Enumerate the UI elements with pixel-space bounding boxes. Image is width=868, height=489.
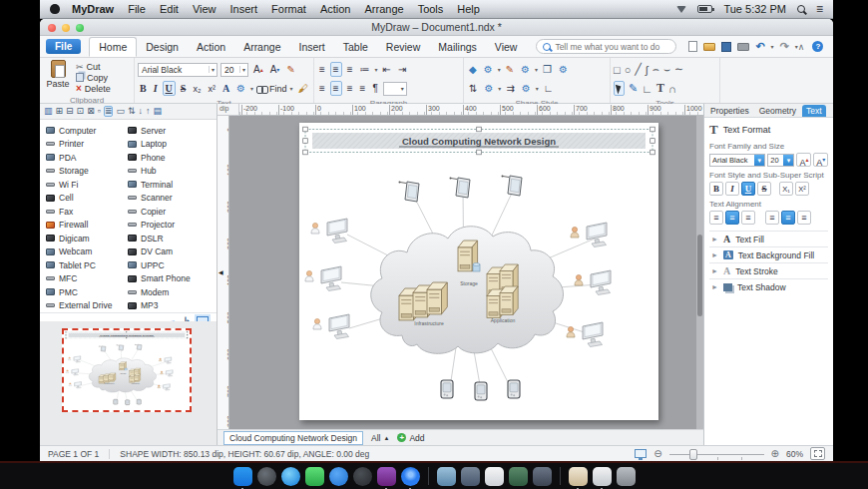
sort-az-icon[interactable]: ⇅ xyxy=(128,107,136,116)
font-name-combo[interactable]: Arial Black▾ xyxy=(138,63,217,77)
phone-node[interactable] xyxy=(441,380,453,398)
section-text-background-fill[interactable]: ►AText Background Fill xyxy=(709,246,828,262)
wifi-icon[interactable] xyxy=(676,6,686,13)
menu-clock[interactable]: Tue 5:32 PM xyxy=(723,3,786,15)
format-eyedropper-icon[interactable]: ✎ xyxy=(284,62,296,77)
text-direction-gear-icon[interactable]: ⚙ xyxy=(482,81,495,96)
shape-uppc[interactable]: UPPC xyxy=(128,260,210,270)
panel-tab-geometry[interactable]: Geometry xyxy=(755,105,800,117)
tab-action[interactable]: Action xyxy=(188,38,234,56)
section-text-fill[interactable]: ►AText Fill xyxy=(709,231,828,246)
format-painter-icon[interactable]: 🖌︎ xyxy=(296,81,310,96)
panel-align-right-button[interactable]: ≡ xyxy=(797,211,811,225)
pointer-tool-button[interactable] xyxy=(614,81,625,96)
shape-laptop[interactable]: Laptop xyxy=(128,139,210,149)
shape-printer[interactable]: Printer xyxy=(46,139,128,149)
panel-italic-button[interactable]: I xyxy=(725,182,739,196)
shrink-font-button[interactable]: A▾ xyxy=(268,62,282,77)
text-direction-icon[interactable]: ⇅ xyxy=(467,81,479,96)
panel-align-top-button[interactable]: ≡ xyxy=(709,211,723,225)
rectangle-tool-icon[interactable]: □ xyxy=(614,64,621,76)
shape-computer[interactable]: Computer xyxy=(46,126,128,136)
tab-home[interactable]: Home xyxy=(89,37,137,57)
app-tree-icon[interactable] xyxy=(509,467,528,486)
menu-insert[interactable]: Insert xyxy=(230,3,258,15)
messages-icon[interactable] xyxy=(305,467,324,486)
tab-review[interactable]: Review xyxy=(377,38,429,56)
save-document-icon[interactable] xyxy=(721,42,731,52)
superscript-button[interactable]: x² xyxy=(206,81,217,96)
grow-font-button[interactable]: A▴ xyxy=(251,62,265,77)
shape-terminal[interactable]: Terminal xyxy=(128,180,210,190)
file-button[interactable]: File xyxy=(46,39,81,54)
maps-icon[interactable] xyxy=(401,467,420,486)
align-center-button[interactable]: ≡ xyxy=(330,81,342,96)
notification-center-icon[interactable]: ≡ xyxy=(816,2,823,16)
safari-icon[interactable] xyxy=(281,467,300,486)
shape-externaldrive[interactable]: External Drive xyxy=(46,300,128,310)
shape-server[interactable]: Server xyxy=(128,126,210,136)
redo-button[interactable]: ↷ xyxy=(780,41,789,52)
save-library-icon[interactable]: ⊡ xyxy=(77,107,85,116)
minimize-window-button[interactable] xyxy=(62,24,70,32)
shape-mfc[interactable]: MFC xyxy=(46,273,128,283)
sidebar-collapse-arrow[interactable]: ◀ xyxy=(218,268,223,275)
corner-rounding-icon[interactable]: ∟ xyxy=(542,81,556,96)
shape-shadow-gear-icon[interactable]: ⚙ xyxy=(557,62,570,77)
shape-stroke-gear-icon[interactable]: ⚙ xyxy=(519,62,532,77)
shape-fill-gear-icon[interactable]: ⚙ xyxy=(482,62,495,77)
finder-icon[interactable] xyxy=(233,467,252,486)
new-document-icon[interactable] xyxy=(688,41,697,52)
lasso-tool-icon[interactable]: ∩ xyxy=(668,83,676,95)
italic-button[interactable]: I xyxy=(152,81,160,96)
tab-insert[interactable]: Insert xyxy=(289,38,333,56)
close-window-button[interactable] xyxy=(48,24,56,32)
menu-arrange[interactable]: Arrange xyxy=(364,3,403,15)
shape-projector[interactable]: Projector xyxy=(128,220,210,230)
curve-tool-icon[interactable]: ⌣ xyxy=(663,63,670,76)
undo-menu-arrow[interactable]: ▾ xyxy=(771,43,774,50)
trash-icon[interactable] xyxy=(617,467,636,486)
panel-tab-properties[interactable]: Properties xyxy=(706,105,753,117)
system-preferences-icon[interactable] xyxy=(353,467,372,486)
app-notes-icon[interactable] xyxy=(461,467,480,486)
ellipse-tool-icon[interactable]: ○ xyxy=(625,64,632,76)
apple-menu-icon[interactable] xyxy=(50,4,60,14)
connector-style-gear-icon[interactable]: ⚙ xyxy=(520,81,533,96)
drawing-page[interactable]: Storage Infrastructure xyxy=(299,123,658,420)
font-color-gear-icon[interactable]: ⚙ xyxy=(234,81,247,96)
find-button[interactable]: Find▾ xyxy=(256,83,293,94)
delete-button[interactable]: ×Delete xyxy=(76,83,111,94)
panel-font-name-combo[interactable]: Arial Black▼ xyxy=(709,154,765,167)
open-library-icon[interactable]: ⊟ xyxy=(66,107,74,116)
panel-superscript-button[interactable]: X² xyxy=(795,182,809,196)
sort-asc-icon[interactable]: ↓ xyxy=(139,107,144,116)
align-middle-button[interactable]: ≡ xyxy=(330,62,342,77)
bold-button[interactable]: B xyxy=(138,81,149,96)
zoom-slider-handle[interactable] xyxy=(689,449,697,460)
shape-shadow-icon[interactable]: ❐ xyxy=(541,62,554,77)
add-page-button[interactable]: +Add xyxy=(397,433,424,443)
panel-tab-text[interactable]: Text xyxy=(802,105,826,117)
shape-digicam[interactable]: Digicam xyxy=(46,234,128,244)
bullet-list-button[interactable]: ≔ xyxy=(358,62,372,77)
visual-studio-icon[interactable] xyxy=(377,467,396,486)
align-bottom-button[interactable]: ≡ xyxy=(345,62,355,77)
shape-firewall[interactable]: Firewall xyxy=(46,220,128,230)
menu-app-name[interactable]: MyDraw xyxy=(72,3,114,15)
font-size-combo[interactable]: 20▾ xyxy=(220,63,248,77)
shape-scanner[interactable]: Scanner xyxy=(128,193,210,203)
sort-desc-icon[interactable]: ↑ xyxy=(146,107,151,116)
application-node[interactable]: Application xyxy=(487,264,518,323)
panel-subscript-button[interactable]: X₁ xyxy=(779,182,793,196)
app-xcode-icon[interactable] xyxy=(437,467,456,486)
collapse-ribbon-icon[interactable]: ∧ xyxy=(798,42,805,52)
list-view-icon[interactable]: ≣ xyxy=(104,106,114,117)
section-text-stroke[interactable]: ►AText Stroke xyxy=(709,262,828,278)
shape-copier[interactable]: Copier xyxy=(128,207,210,217)
pen-tool-icon[interactable]: ✎ xyxy=(629,82,638,95)
shape-hub[interactable]: Hub xyxy=(128,166,210,176)
shape-storage[interactable]: Storage xyxy=(46,166,128,176)
phone-node[interactable] xyxy=(475,382,487,400)
zoom-out-button[interactable]: ⊖ xyxy=(653,448,661,459)
